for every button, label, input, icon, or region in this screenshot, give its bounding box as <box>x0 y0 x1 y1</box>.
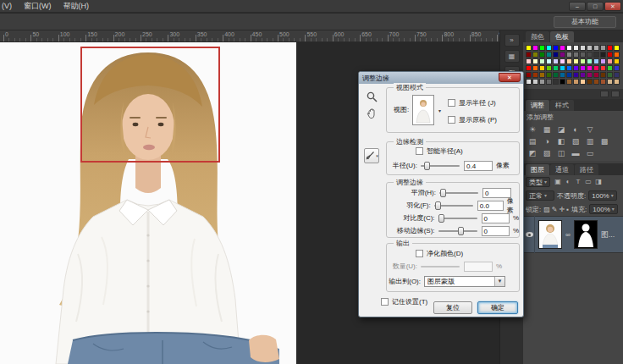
color-swatch[interactable] <box>546 72 552 78</box>
radius-value-field[interactable]: 0.4 <box>464 161 493 171</box>
slider[interactable] <box>434 201 473 210</box>
color-swatch[interactable] <box>614 52 620 58</box>
layer-filter-icon[interactable]: ◨ <box>593 177 604 187</box>
adjustment-icon[interactable]: ◑ <box>541 136 553 146</box>
color-swatch[interactable] <box>607 65 613 71</box>
show-original-checkbox[interactable]: 显示原稿 (P) <box>448 115 497 124</box>
tab-color[interactable]: 颜色 <box>526 31 549 42</box>
color-swatch[interactable] <box>580 58 586 64</box>
reset-button[interactable]: 复位 <box>433 301 472 314</box>
color-swatch[interactable] <box>553 58 559 64</box>
color-swatch[interactable] <box>553 79 559 85</box>
menu-item-help[interactable]: 帮助(H) <box>63 1 90 12</box>
restore-button[interactable]: □ <box>587 2 604 11</box>
color-swatch[interactable] <box>607 79 613 85</box>
collapsed-panel-icon[interactable]: ▦ <box>504 50 520 63</box>
menu-icon[interactable] <box>611 91 620 97</box>
color-swatch[interactable] <box>614 58 620 64</box>
color-swatch[interactable] <box>580 65 586 71</box>
adjustment-icon[interactable]: ▨ <box>541 148 553 158</box>
color-swatch[interactable] <box>532 52 538 58</box>
dialog-titlebar[interactable]: 调整边缘 ✕ <box>359 72 523 84</box>
color-swatch[interactable] <box>546 65 552 71</box>
color-swatch[interactable] <box>573 58 579 64</box>
color-swatch[interactable] <box>546 45 552 51</box>
color-swatch[interactable] <box>580 79 586 85</box>
color-swatch[interactable] <box>532 45 538 51</box>
layer-filter-type-dropdown[interactable]: 类型 ▾ <box>526 177 550 187</box>
color-swatch[interactable] <box>614 72 620 78</box>
color-swatch[interactable] <box>566 65 572 71</box>
slider-thumb[interactable] <box>438 214 444 223</box>
color-swatch[interactable] <box>607 72 613 78</box>
color-swatch[interactable] <box>600 79 606 85</box>
color-swatch[interactable] <box>566 45 572 51</box>
slider[interactable] <box>438 227 477 235</box>
color-swatch[interactable] <box>532 58 538 64</box>
tab-adjustments[interactable]: 调整 <box>526 100 549 111</box>
color-swatch[interactable] <box>560 58 565 64</box>
color-swatch[interactable] <box>560 65 565 71</box>
workspace-switcher[interactable]: 基本功能 <box>554 16 616 28</box>
adjustment-icon[interactable]: ◐ <box>570 124 582 135</box>
color-swatch[interactable] <box>593 72 599 78</box>
color-swatch[interactable] <box>593 45 599 51</box>
color-swatch[interactable] <box>539 79 545 85</box>
adjustment-icon[interactable]: ◩ <box>527 148 538 158</box>
view-thumbnail-dropdown[interactable]: ▾ <box>412 95 434 125</box>
color-swatch[interactable] <box>539 45 545 51</box>
slider-thumb[interactable] <box>458 227 464 235</box>
layer-filter-icon[interactable]: ◐ <box>563 177 573 187</box>
color-swatch[interactable] <box>546 52 552 58</box>
color-swatch[interactable] <box>593 58 599 64</box>
color-swatch[interactable] <box>607 45 613 51</box>
color-swatch[interactable] <box>526 58 532 64</box>
lock-icon[interactable]: ▨ <box>543 206 550 213</box>
layer-filter-icon[interactable]: ▣ <box>553 177 563 187</box>
slider[interactable] <box>439 189 478 197</box>
color-swatch[interactable] <box>614 45 620 51</box>
layer-thumbnail[interactable] <box>538 220 562 249</box>
color-swatch[interactable] <box>614 79 620 85</box>
color-swatch[interactable] <box>614 65 620 71</box>
adjustment-icon[interactable]: ▽ <box>584 124 596 135</box>
color-swatch[interactable] <box>580 45 586 51</box>
color-swatch[interactable] <box>600 52 606 58</box>
chevron-down-icon[interactable]: ▼ <box>494 277 504 286</box>
color-swatch[interactable] <box>560 72 565 78</box>
color-swatch[interactable] <box>553 45 559 51</box>
adjustment-icon[interactable]: ◫ <box>555 148 567 158</box>
selection-rectangle[interactable] <box>80 47 220 163</box>
slider-value-field[interactable]: 0.0 <box>477 201 504 211</box>
color-swatch[interactable] <box>600 65 606 71</box>
adjustment-icon[interactable]: ☀ <box>527 124 538 135</box>
color-swatch[interactable] <box>539 58 545 64</box>
lock-icon[interactable]: ▪ <box>566 206 569 213</box>
color-swatch[interactable] <box>587 79 593 85</box>
color-swatch[interactable] <box>546 58 552 64</box>
slider-value-field[interactable]: 0 <box>482 213 510 223</box>
color-swatch[interactable] <box>532 65 538 71</box>
zoom-tool-icon[interactable] <box>364 89 379 104</box>
decontaminate-checkbox[interactable]: 净化颜色(D) <box>416 249 463 258</box>
adjustment-icon[interactable]: ▧ <box>570 136 582 146</box>
color-swatch[interactable] <box>553 72 559 78</box>
tab-styles[interactable]: 样式 <box>550 100 574 111</box>
adjustment-icon[interactable]: ◪ <box>555 124 567 135</box>
color-swatch[interactable] <box>539 52 545 58</box>
color-swatch[interactable] <box>573 72 579 78</box>
color-swatch[interactable] <box>593 52 599 58</box>
menu-item-fragment[interactable]: (V) <box>2 2 12 10</box>
color-swatch[interactable] <box>573 52 579 58</box>
color-swatch[interactable] <box>587 72 593 78</box>
menu-item-window[interactable]: 窗口(W) <box>24 1 52 12</box>
color-swatch[interactable] <box>566 79 572 85</box>
fill-dropdown[interactable]: 100% ▾ <box>589 204 617 214</box>
smart-radius-checkbox[interactable]: 智能半径(A) <box>416 146 463 156</box>
color-swatch[interactable] <box>532 79 538 85</box>
color-swatch[interactable] <box>526 45 532 51</box>
remember-settings-checkbox[interactable]: 记住设置(T) <box>381 297 427 306</box>
dialog-close-button[interactable]: ✕ <box>499 73 521 82</box>
lock-icon[interactable]: ✎ <box>552 206 558 213</box>
color-swatch[interactable] <box>553 65 559 71</box>
